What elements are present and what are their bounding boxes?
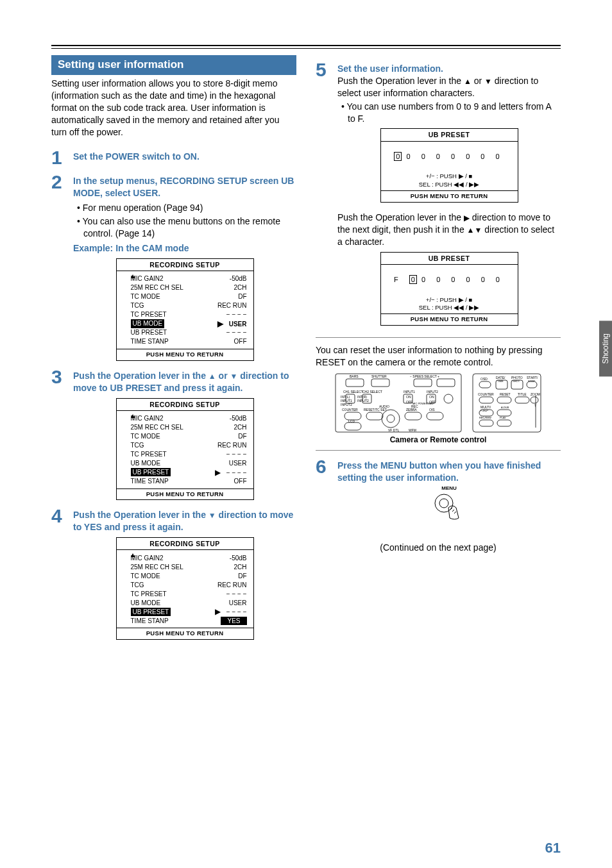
osd-label: TC MODE	[131, 432, 160, 441]
osd-label: TCG	[131, 301, 144, 310]
step-number: 5	[316, 60, 337, 79]
svg-text:REC/REW: REC/REW	[479, 416, 491, 419]
down-arrow-icon: ▼	[208, 511, 216, 520]
right-arrow-icon: ▶	[215, 468, 221, 477]
svg-point-9	[444, 394, 453, 403]
svg-text:RESET/TC SET: RESET/TC SET	[364, 408, 387, 412]
svg-text:CH2 SELECT: CH2 SELECT	[362, 390, 382, 394]
osd-value: − − − −	[226, 590, 247, 599]
svg-text:ZOOM: ZOOM	[531, 392, 540, 396]
step-2: 2 In the setup menus, RECORDING SETUP sc…	[51, 172, 296, 199]
svg-text:MIC POWER+48V: MIC POWER+48V	[412, 402, 434, 405]
right-arrow-icon: ▶	[217, 319, 223, 328]
osd-value: OFF	[234, 477, 247, 486]
osd-label: TCG	[131, 441, 144, 450]
continued-note: (Continued on the next page)	[316, 542, 561, 554]
osd-value: ▶ − − − −	[215, 606, 246, 617]
osd-footer: PUSH MENU TO RETURN	[381, 313, 518, 325]
step-title: In the setup menus, RECORDING SETUP scre…	[73, 175, 296, 199]
step-6: 6 Press the MENU button when you have fi…	[316, 457, 561, 523]
step-text: Push the Operation lever in the ▲ or ▼ d…	[337, 75, 561, 99]
svg-text:OIS: OIS	[429, 408, 435, 412]
osd-value: 2CH	[234, 283, 246, 292]
osd-label: TC MODE	[131, 572, 160, 581]
svg-text:WFM: WFM	[409, 428, 416, 432]
menu-label: MENU	[337, 485, 561, 492]
osd-label: MIC GAIN2	[131, 274, 164, 283]
step-number: 4	[51, 506, 73, 526]
osd-value: − − − −	[226, 450, 247, 459]
svg-rect-13	[427, 412, 443, 420]
osd-footer: PUSH MENU TO RETURN	[117, 628, 253, 639]
step-title: Push the Operation lever in the ▲ or ▼ d…	[73, 367, 296, 394]
osd-footer: PUSH MENU TO RETURN	[117, 488, 253, 500]
up-arrow-icon: ▲	[464, 77, 472, 86]
svg-text:SHOT: SHOT	[513, 380, 520, 383]
svg-rect-4	[437, 379, 455, 387]
svg-text:INPUT2: INPUT2	[341, 403, 352, 406]
osd-ub-preset-b: UB PRESET F 00 0 0 0 0 0 +/− : PUSH ▶ / …	[380, 252, 518, 326]
step-number: 3	[51, 367, 73, 387]
svg-text:OSD: OSD	[480, 377, 488, 381]
svg-text:COUNTER: COUNTER	[478, 392, 494, 396]
up-arrow-icon: ▲	[467, 226, 475, 235]
svg-text:ON: ON	[429, 395, 434, 399]
svg-rect-53	[497, 410, 511, 416]
osd-value: DF	[238, 432, 246, 441]
step-1: 1 Set the POWER switch to ON.	[51, 148, 296, 167]
osd-value: − − − −	[226, 310, 247, 319]
svg-text:PLAY: PLAY	[500, 416, 506, 419]
ub-digits: F 00 0 0 0 0 0	[381, 265, 518, 287]
svg-rect-54	[479, 420, 493, 426]
osd-label: MIC GAIN2	[131, 554, 164, 563]
svg-text:ON: ON	[406, 395, 411, 399]
step-title: Push the Operation lever in the ▼ direct…	[73, 506, 296, 533]
svg-point-14	[382, 410, 400, 428]
up-arrow-icon: ▴	[131, 271, 135, 281]
osd-recording-setup-a: RECORDING SETUP ▴ MIC GAIN2-50dB 25M REC…	[116, 258, 254, 361]
svg-rect-49	[497, 397, 511, 403]
svg-text:A.DUB: A.DUB	[501, 406, 509, 409]
svg-rect-48	[479, 397, 493, 403]
svg-text:SHUTTER: SHUTTER	[371, 374, 387, 378]
osd-label: UB MODE	[131, 599, 161, 608]
svg-text:T: T	[534, 404, 536, 408]
bullet: For menu operation (Page 94)	[77, 202, 296, 214]
osd-title: UB PRESET	[381, 253, 518, 265]
osd-ub-preset-a: UB PRESET 00 0 0 0 0 0 0 +/− : PUSH ▶ / …	[380, 128, 518, 203]
remote-diagram: OSD DATE/TIME PHOTOSHOT START/STOP COUNT…	[472, 372, 542, 433]
step-5: 5 Set the user information. Push the Ope…	[316, 60, 561, 332]
diagram-row: BARSSHUTTER − SPEES SELECT + CH1 SELECTC…	[316, 372, 561, 433]
svg-rect-55	[497, 420, 511, 426]
osd-control-hint: +/− : PUSH ▶ / ■	[381, 296, 518, 304]
svg-rect-16	[344, 422, 361, 430]
svg-point-15	[387, 415, 395, 422]
osd-title: RECORDING SETUP	[117, 538, 253, 550]
osd-label: TIME STANP	[131, 477, 169, 486]
step-title: Set the POWER switch to ON.	[73, 151, 200, 162]
menu-press-icon	[433, 492, 465, 521]
osd-label: TCG	[131, 581, 144, 590]
up-arrow-icon: ▴	[131, 410, 135, 421]
up-arrow-icon: ▴	[131, 549, 135, 560]
osd-value: USER	[229, 599, 247, 608]
osd-label: 25M REC CH SEL	[131, 563, 183, 572]
example-label: Example: In the CAM mode	[73, 242, 296, 255]
osd-value: ▶ − − − −	[215, 467, 246, 478]
osd-label: TC PRESET	[131, 590, 167, 599]
osd-footer: PUSH MENU TO RETURN	[117, 349, 253, 360]
step-title: Set the user information.	[337, 63, 561, 75]
svg-text:RESET: RESET	[500, 392, 511, 396]
svg-text:CH1 SELECT: CH1 SELECT	[343, 390, 363, 394]
svg-text:INPUT2: INPUT2	[427, 390, 438, 394]
osd-label: TIME STANP	[131, 337, 169, 346]
osd-label: TC MODE	[131, 292, 160, 301]
osd-value: REC RUN	[217, 581, 247, 590]
top-rules	[51, 45, 561, 49]
osd-title: UB PRESET	[381, 129, 518, 141]
right-column: 5 Set the user information. Push the Ope…	[316, 55, 561, 646]
osd-label-selected: UB PRESET	[131, 608, 171, 617]
down-arrow-icon: ▼	[474, 226, 482, 235]
svg-text:STOP: STOP	[528, 380, 535, 383]
osd-label: MIC GAIN2	[131, 414, 164, 423]
